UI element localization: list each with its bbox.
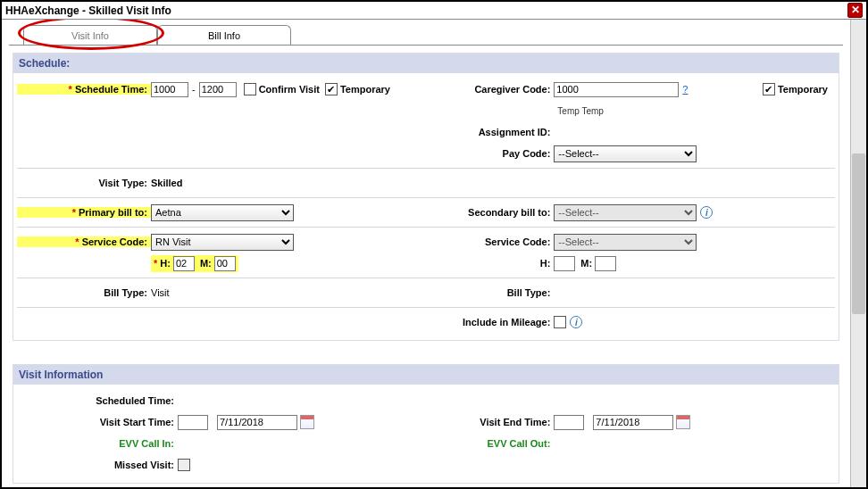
window-frame: HHAeXchange - Skilled Visit Info ✕ Visit…	[0, 0, 868, 489]
hours-label: H:	[157, 258, 173, 269]
bill-type-label: Bill Type:	[17, 287, 151, 298]
visit-info-header: Visit Information	[13, 365, 839, 385]
hours-2-label: H:	[393, 258, 554, 269]
hours-2-input[interactable]	[554, 256, 575, 271]
bill-type-2-label: Bill Type:	[393, 287, 554, 298]
caregiver-code-label: Caregiver Code:	[393, 84, 554, 95]
calendar-icon[interactable]	[300, 415, 314, 429]
minutes-2-input[interactable]	[595, 256, 616, 271]
bill-type-value: Visit	[151, 287, 170, 298]
assignment-id-label: Assignment ID:	[393, 127, 554, 137]
primary-bill-to-select[interactable]: Aetna	[151, 204, 294, 221]
secondary-bill-to-label: Secondary bill to:	[393, 207, 554, 218]
minutes-label: M:	[195, 258, 214, 269]
caregiver-code-input[interactable]	[554, 82, 679, 97]
info-icon[interactable]: i	[700, 206, 713, 219]
secondary-bill-to-select[interactable]: --Select--	[554, 204, 697, 221]
schedule-time-sep: -	[188, 84, 199, 95]
hours-input[interactable]	[173, 256, 195, 271]
pay-code-select[interactable]: --Select--	[554, 145, 697, 162]
temporary-checkbox-1[interactable]	[325, 83, 338, 95]
confirm-visit-checkbox[interactable]	[244, 83, 256, 95]
visit-end-date-input[interactable]	[593, 415, 673, 430]
include-mileage-label: Include in Mileage:	[393, 317, 554, 327]
content-area: Visit Info Bill Info Schedule: * Schedul…	[2, 20, 850, 487]
tab-visit-info[interactable]: Visit Info	[23, 25, 157, 45]
evv-call-in-label: EVV Call In:	[17, 438, 178, 449]
temporary-checkbox-2[interactable]	[763, 83, 775, 95]
visit-start-time-input[interactable]	[178, 415, 208, 430]
caregiver-code-help-link[interactable]: ?	[682, 84, 688, 95]
minutes-2-label: M:	[575, 258, 595, 269]
temporary-label-1: Temporary	[338, 84, 390, 95]
tab-underline	[9, 45, 843, 46]
scheduled-time-label: Scheduled Time:	[17, 395, 178, 406]
schedule-header: Schedule:	[13, 54, 839, 73]
info-icon[interactable]: i	[570, 316, 582, 328]
missed-visit-label: Missed Visit:	[17, 460, 178, 470]
calendar-icon[interactable]	[676, 415, 690, 429]
caregiver-sub-text: Temp Temp	[554, 106, 604, 116]
missed-visit-checkbox[interactable]	[178, 459, 190, 471]
service-code-2-select[interactable]: --Select--	[554, 234, 697, 251]
visit-end-time-label: Visit End Time:	[393, 417, 554, 427]
minutes-input[interactable]	[214, 256, 236, 271]
scrollbar-thumb[interactable]	[852, 153, 865, 314]
schedule-time-label: * Schedule Time:	[17, 84, 151, 95]
confirm-visit-label: Confirm Visit	[256, 84, 320, 95]
visit-type-label: Visit Type:	[17, 178, 151, 188]
tab-strip: Visit Info Bill Info	[23, 25, 850, 45]
visit-end-time-input[interactable]	[554, 415, 584, 430]
service-code-2-label: Service Code:	[393, 236, 554, 247]
vertical-scrollbar[interactable]	[850, 20, 866, 487]
service-code-select[interactable]: RN Visit	[151, 234, 294, 251]
visit-start-time-label: Visit Start Time:	[17, 417, 178, 427]
visit-type-value: Skilled	[151, 178, 182, 188]
visit-start-date-input[interactable]	[217, 415, 297, 430]
visit-info-section: Visit Information Scheduled Time: Visit …	[13, 364, 839, 484]
schedule-time-end-input[interactable]	[199, 82, 237, 97]
evv-call-out-label: EVV Call Out:	[393, 438, 554, 449]
pay-code-label: Pay Code:	[393, 148, 554, 159]
close-button[interactable]: ✕	[847, 3, 863, 18]
window-title: HHAeXchange - Skilled Visit Info	[5, 4, 171, 17]
title-bar: HHAeXchange - Skilled Visit Info	[2, 2, 866, 20]
temporary-label-2: Temporary	[775, 84, 835, 95]
service-code-label: * Service Code:	[17, 236, 151, 247]
include-mileage-checkbox[interactable]	[554, 316, 566, 328]
primary-bill-to-label: * Primary bill to:	[17, 207, 151, 218]
tab-bill-info[interactable]: Bill Info	[157, 25, 291, 45]
schedule-section: Schedule: * Schedule Time: - Confir	[13, 53, 839, 341]
schedule-time-start-input[interactable]	[151, 82, 188, 97]
